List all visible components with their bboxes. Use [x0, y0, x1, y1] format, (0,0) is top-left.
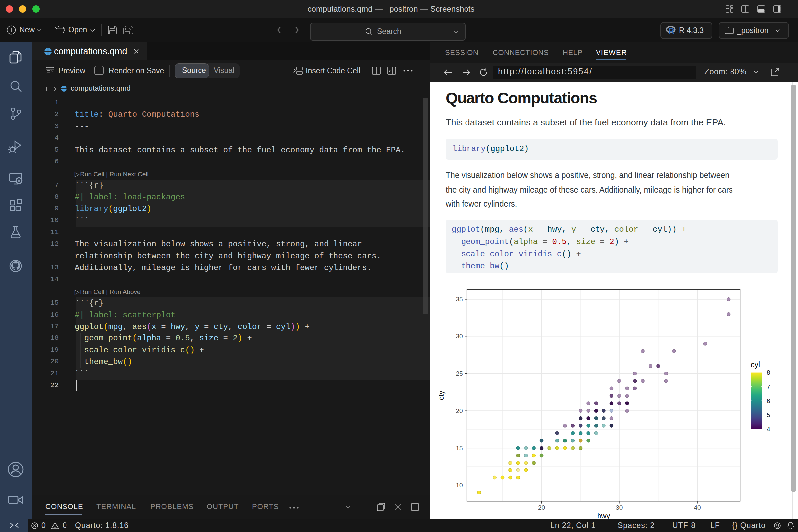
svg-text:6: 6 [767, 397, 771, 404]
svg-text:5: 5 [767, 411, 771, 418]
svg-text:40: 40 [694, 504, 701, 511]
svg-text:20: 20 [538, 504, 545, 511]
svg-text:cty: cty [439, 391, 445, 400]
svg-text:cyl: cyl [751, 360, 760, 369]
svg-text:hwy: hwy [597, 512, 610, 519]
svg-text:8: 8 [767, 369, 771, 376]
svg-text:30: 30 [616, 504, 623, 511]
svg-text:4: 4 [767, 425, 771, 433]
svg-text:20: 20 [456, 407, 463, 414]
svg-text:15: 15 [456, 444, 463, 452]
svg-text:10: 10 [456, 482, 463, 489]
svg-text:R: R [669, 26, 674, 34]
svg-text:30: 30 [456, 333, 463, 340]
svg-text:25: 25 [456, 370, 463, 377]
svg-text:7: 7 [767, 383, 771, 391]
svg-text:35: 35 [456, 296, 463, 303]
